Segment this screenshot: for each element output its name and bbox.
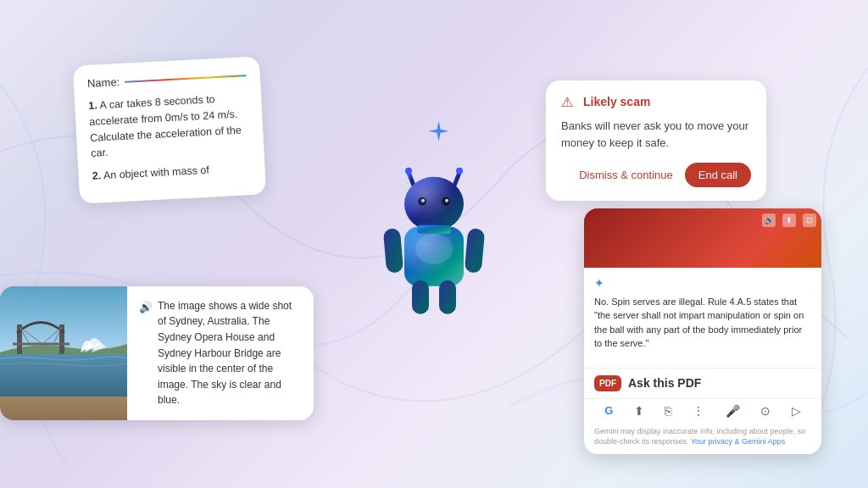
dismiss-continue-button[interactable]: Dismiss & continue	[576, 163, 676, 187]
sydney-caption-text: The image shows a wide shot of Sydney, A…	[158, 298, 302, 408]
svg-point-3	[456, 168, 463, 175]
sydney-caption: 🔊 The image shows a wide shot of Sydney,…	[127, 286, 314, 420]
mic-icon[interactable]: 🎤	[726, 404, 740, 418]
quiz-item-2-text: An object with mass of	[103, 164, 210, 182]
quiz-item-1-num: 1.	[88, 99, 97, 112]
svg-rect-13	[383, 228, 403, 274]
sydney-card: 🔊 The image shows a wide shot of Sydney,…	[0, 286, 314, 420]
pdf-gemini-card: 🔊 ⬆ ⊡ ✦ No. Spin serves are illegal. Rul…	[584, 208, 821, 454]
svg-point-1	[405, 168, 412, 175]
speaker-icon: 🔊	[139, 299, 153, 316]
gemini-badge: ✦	[594, 276, 811, 290]
quiz-item-2-num: 2.	[92, 169, 101, 182]
svg-point-5	[404, 177, 464, 231]
svg-rect-15	[412, 280, 429, 314]
warning-icon: ⚠	[561, 94, 576, 109]
share-icon[interactable]: ⬆	[782, 214, 796, 227]
quiz-item-1: 1. A car takes 8 seconds to accelerate f…	[88, 90, 251, 162]
quiz-name-label: Name:	[87, 75, 120, 90]
share-bottom-icon[interactable]: ⬆	[634, 404, 644, 418]
gemini-star-icon: ✦	[594, 276, 604, 290]
expand-icon[interactable]: ▷	[792, 404, 801, 418]
gemini-sparkle-icon	[427, 119, 451, 143]
pdf-card-content: ✦ No. Spin serves are illegal. Rule 4.A.…	[584, 268, 821, 368]
google-icon[interactable]: G	[604, 404, 613, 417]
svg-point-8	[421, 199, 425, 202]
end-call-button[interactable]: End call	[685, 163, 751, 187]
external-icon[interactable]: ⊡	[803, 214, 816, 227]
more-icon[interactable]: ⋮	[693, 404, 704, 418]
pdf-bottom-bar: G ⬆ ⎘ ⋮ 🎤 ⊙ ▷	[584, 398, 821, 423]
svg-point-9	[445, 199, 448, 202]
android-mascot-container	[366, 149, 502, 322]
pdf-card-header: 🔊 ⬆ ⊡	[584, 208, 821, 268]
privacy-link[interactable]: Your privacy & Gemini Apps	[691, 437, 785, 446]
scam-card: ⚠ Likely scam Banks will never ask you t…	[546, 80, 766, 201]
camera-icon[interactable]: ⊙	[760, 404, 771, 418]
pdf-action-bar[interactable]: PDF Ask this PDF	[584, 368, 821, 398]
svg-point-12	[415, 234, 453, 264]
quiz-item-1-text: A car takes 8 seconds to accelerate from…	[89, 93, 242, 159]
quiz-card: Name: 1. A car takes 8 seconds to accele…	[73, 56, 266, 203]
svg-rect-17	[417, 225, 451, 234]
quiz-item-2: 2. An object with mass of	[92, 160, 252, 185]
pdf-toolbar: 🔊 ⬆ ⊡	[762, 214, 816, 227]
ask-pdf-label[interactable]: Ask this PDF	[628, 376, 811, 390]
svg-rect-16	[439, 280, 456, 314]
pdf-response-text: No. Spin serves are illegal. Rule 4.A.5 …	[594, 295, 811, 351]
quiz-name-decoration	[125, 75, 247, 83]
pdf-footer: Gemini may display inaccurate info, incl…	[584, 423, 821, 454]
svg-rect-14	[465, 228, 485, 274]
copy-icon[interactable]: ⎘	[665, 404, 671, 418]
android-mascot-svg	[366, 149, 502, 319]
quiz-name-row: Name:	[87, 69, 248, 90]
sound-icon[interactable]: 🔊	[762, 214, 776, 227]
sydney-image	[0, 286, 127, 420]
scam-actions: Dismiss & continue End call	[561, 163, 751, 187]
pdf-badge: PDF	[594, 375, 621, 391]
scam-header: ⚠ Likely scam	[561, 94, 751, 109]
scam-body-text: Banks will never ask you to move your mo…	[561, 118, 751, 151]
scam-title: Likely scam	[583, 95, 650, 108]
